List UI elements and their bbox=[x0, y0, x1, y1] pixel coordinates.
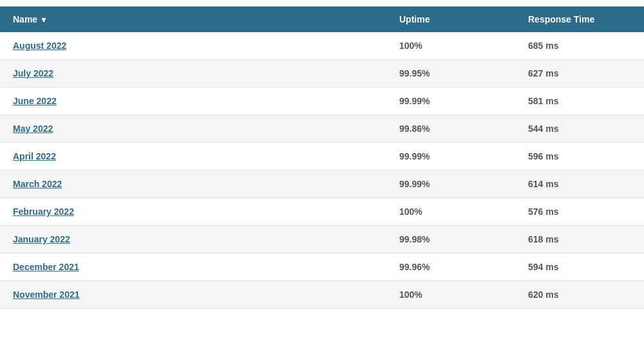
cell-uptime: 99.99% bbox=[386, 143, 515, 170]
table-row: February 2022100%576 ms bbox=[0, 198, 644, 226]
cell-response-time: 581 ms bbox=[515, 87, 644, 115]
row-link[interactable]: November 2021 bbox=[13, 289, 80, 300]
cell-name: July 2022 bbox=[0, 60, 386, 87]
column-response-time-label: Response Time bbox=[528, 14, 594, 24]
table-row: June 202299.99%581 ms bbox=[0, 87, 644, 115]
cell-name: August 2022 bbox=[0, 32, 386, 60]
table-row: August 2022100%685 ms bbox=[0, 32, 644, 60]
cell-response-time: 618 ms bbox=[515, 226, 644, 253]
table-row: April 202299.99%596 ms bbox=[0, 143, 644, 170]
cell-name: January 2022 bbox=[0, 226, 386, 253]
cell-name: December 2021 bbox=[0, 253, 386, 281]
row-link[interactable]: July 2022 bbox=[13, 68, 53, 78]
cell-uptime: 100% bbox=[386, 198, 515, 226]
sort-indicator: ▼ bbox=[40, 15, 48, 24]
cell-name: April 2022 bbox=[0, 143, 386, 170]
cell-response-time: 596 ms bbox=[515, 143, 644, 170]
cell-uptime: 99.99% bbox=[386, 87, 515, 115]
table-header-row: Name ▼ Uptime Response Time bbox=[0, 6, 644, 32]
row-link[interactable]: June 2022 bbox=[13, 96, 57, 106]
column-header-name[interactable]: Name ▼ bbox=[0, 6, 386, 32]
cell-name: February 2022 bbox=[0, 198, 386, 226]
table-row: December 202199.96%594 ms bbox=[0, 253, 644, 281]
table-row: November 2021100%620 ms bbox=[0, 281, 644, 309]
cell-response-time: 620 ms bbox=[515, 281, 644, 309]
cell-uptime: 100% bbox=[386, 281, 515, 309]
row-link[interactable]: April 2022 bbox=[13, 151, 56, 161]
cell-response-time: 576 ms bbox=[515, 198, 644, 226]
row-link[interactable]: May 2022 bbox=[13, 124, 53, 134]
cell-uptime: 99.98% bbox=[386, 226, 515, 253]
cell-name: March 2022 bbox=[0, 170, 386, 198]
cell-uptime: 99.96% bbox=[386, 253, 515, 281]
cell-uptime: 99.95% bbox=[386, 60, 515, 87]
column-header-uptime[interactable]: Uptime bbox=[386, 6, 515, 32]
column-name-label: Name bbox=[13, 14, 37, 24]
cell-uptime: 99.86% bbox=[386, 115, 515, 143]
cell-uptime: 99.99% bbox=[386, 170, 515, 198]
uptime-table-container: Name ▼ Uptime Response Time August 20221… bbox=[0, 0, 644, 348]
table-row: March 202299.99%614 ms bbox=[0, 170, 644, 198]
column-header-response-time[interactable]: Response Time bbox=[515, 6, 644, 32]
cell-response-time: 614 ms bbox=[515, 170, 644, 198]
table-row: May 202299.86%544 ms bbox=[0, 115, 644, 143]
cell-uptime: 100% bbox=[386, 32, 515, 60]
table-row: January 202299.98%618 ms bbox=[0, 226, 644, 253]
cell-response-time: 627 ms bbox=[515, 60, 644, 87]
cell-name: June 2022 bbox=[0, 87, 386, 115]
cell-response-time: 685 ms bbox=[515, 32, 644, 60]
row-link[interactable]: March 2022 bbox=[13, 179, 62, 189]
cell-response-time: 544 ms bbox=[515, 115, 644, 143]
cell-name: May 2022 bbox=[0, 115, 386, 143]
cell-response-time: 594 ms bbox=[515, 253, 644, 281]
row-link[interactable]: December 2021 bbox=[13, 262, 79, 272]
uptime-table: Name ▼ Uptime Response Time August 20221… bbox=[0, 6, 644, 309]
row-link[interactable]: August 2022 bbox=[13, 41, 66, 51]
table-row: July 202299.95%627 ms bbox=[0, 60, 644, 87]
column-uptime-label: Uptime bbox=[399, 14, 430, 24]
row-link[interactable]: January 2022 bbox=[13, 234, 70, 244]
row-link[interactable]: February 2022 bbox=[13, 206, 74, 217]
cell-name: November 2021 bbox=[0, 281, 386, 309]
